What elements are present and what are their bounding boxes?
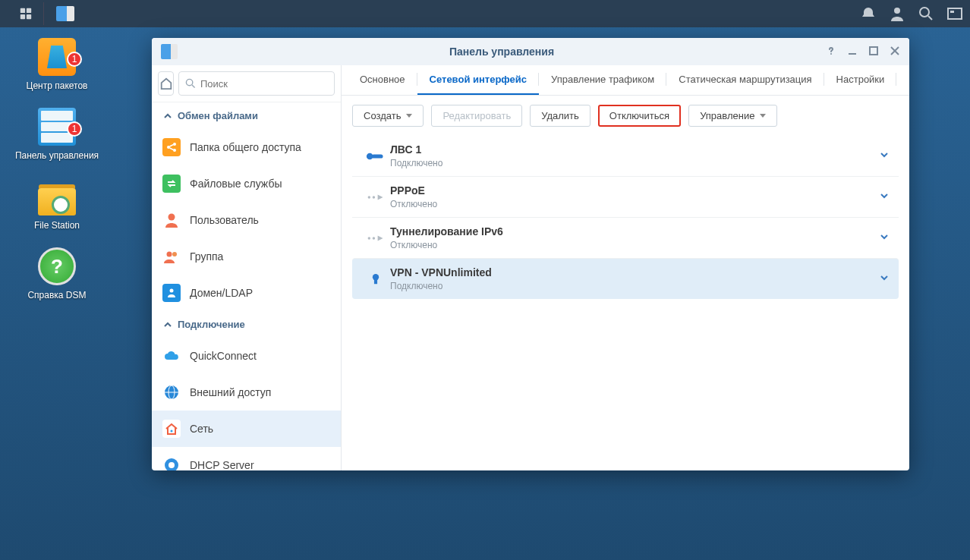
svg-point-20 — [167, 252, 172, 257]
svg-point-9 — [830, 53, 832, 55]
notifications-icon[interactable] — [861, 6, 876, 21]
minimize-button[interactable] — [847, 46, 858, 58]
window-title: Панель управления — [178, 46, 826, 58]
search-input[interactable] — [200, 78, 328, 90]
taskbar-app-control-panel[interactable] — [47, 2, 83, 25]
sidebar-label: DHCP Server — [190, 459, 254, 470]
interface-status: Подключено — [390, 158, 879, 168]
control-panel-window: Панель управления Обмен файлами — [152, 38, 909, 470]
interface-row-ipv6-tunnel[interactable]: Туннелирование IPv6 Отключено — [352, 217, 899, 258]
chevron-down-icon — [879, 190, 890, 203]
svg-point-5 — [920, 8, 929, 17]
close-button[interactable] — [890, 46, 900, 58]
interface-row-lan[interactable]: ЛВС 1 Подключено — [352, 136, 899, 176]
user-icon[interactable] — [890, 6, 905, 21]
tab-static-route[interactable]: Статическая маршрутизация — [666, 65, 824, 95]
svg-point-28 — [168, 462, 175, 468]
desktop-icon-file-station[interactable]: File Station — [8, 178, 106, 231]
icon-label: File Station — [8, 220, 106, 231]
interface-name: PPPoE — [390, 184, 879, 197]
sidebar-label: Пользователь — [190, 214, 259, 226]
svg-point-34 — [368, 237, 370, 239]
sidebar-search[interactable] — [178, 71, 335, 96]
sidebar-item-quickconnect[interactable]: QuickConnect — [152, 338, 341, 374]
main-menu-button[interactable] — [8, 2, 44, 25]
svg-marker-33 — [378, 194, 383, 200]
widgets-icon[interactable] — [947, 6, 962, 21]
pppoe-icon — [361, 190, 390, 204]
desktop-icon-control-panel[interactable]: 1 Панель управления — [8, 108, 106, 161]
sidebar-item-domain-ldap[interactable]: Домен/LDAP — [152, 275, 341, 311]
icon-label: Панель управления — [8, 150, 106, 161]
interface-name: VPN - VPNUnlimited — [390, 266, 879, 278]
main-panel: Основное Сетевой интерфейс Управление тр… — [342, 65, 909, 470]
svg-point-19 — [168, 214, 175, 221]
svg-marker-36 — [378, 235, 383, 241]
vpn-icon — [361, 272, 390, 286]
manage-button[interactable]: Управление — [688, 105, 777, 127]
chevron-down-icon — [879, 149, 890, 162]
desktop-icon-dsm-help[interactable]: ? Справка DSM — [8, 247, 106, 300]
svg-rect-2 — [20, 14, 24, 19]
svg-point-21 — [172, 252, 177, 256]
badge: 1 — [67, 121, 82, 137]
svg-point-18 — [173, 149, 176, 152]
user-icon — [162, 211, 181, 229]
share-icon — [162, 138, 181, 156]
sidebar-item-external-access[interactable]: Внешний доступ — [152, 374, 341, 411]
tab-traffic-control[interactable]: Управление трафиком — [539, 65, 666, 95]
desktop: 1 Центр пакетов 1 Панель управления File… — [8, 38, 106, 300]
svg-line-15 — [192, 85, 195, 88]
tab-general[interactable]: Основное — [348, 65, 417, 95]
interface-status: Подключено — [390, 281, 879, 291]
chevron-down-icon — [406, 114, 412, 118]
sidebar-item-dhcp[interactable]: DHCP Server — [152, 447, 341, 470]
desktop-icon-pkg-center[interactable]: 1 Центр пакетов — [8, 38, 106, 91]
icon-label: Справка DSM — [8, 290, 106, 300]
sidebar-item-file-services[interactable]: Файловые службы — [152, 165, 341, 202]
edit-button[interactable]: Редактировать — [431, 105, 522, 127]
sidebar-item-shared-folder[interactable]: Папка общего доступа — [152, 129, 341, 165]
chevron-down-icon — [760, 114, 766, 118]
maximize-button[interactable] — [868, 46, 879, 58]
interface-name: Туннелирование IPv6 — [390, 225, 879, 238]
interface-list: ЛВС 1 Подключено PPPoE Отключено — [342, 136, 909, 299]
chevron-down-icon — [879, 231, 890, 244]
dhcp-icon — [162, 456, 181, 470]
section-fileshare[interactable]: Обмен файлами — [152, 102, 341, 129]
sidebar-item-group[interactable]: Группа — [152, 238, 341, 275]
disconnect-button[interactable]: Отключиться — [598, 105, 681, 127]
svg-point-22 — [170, 289, 174, 293]
svg-point-32 — [373, 196, 375, 198]
svg-rect-38 — [374, 278, 377, 284]
ldap-icon — [162, 284, 181, 302]
interface-status: Отключено — [390, 240, 879, 250]
interface-row-vpn[interactable]: VPN - VPNUnlimited Подключено — [352, 258, 899, 299]
sidebar-label: Внешний доступ — [190, 386, 271, 398]
sidebar: Обмен файлами Папка общего доступа Файло… — [152, 65, 342, 470]
svg-point-17 — [173, 143, 176, 146]
app-icon — [161, 44, 178, 59]
tab-settings[interactable]: Настройки — [824, 65, 897, 95]
sidebar-label: Папка общего доступа — [190, 141, 301, 153]
search-icon[interactable] — [918, 6, 934, 21]
svg-rect-8 — [950, 11, 954, 13]
cloud-icon — [162, 347, 181, 365]
home-button[interactable] — [158, 71, 174, 96]
interface-row-pppoe[interactable]: PPPoE Отключено — [352, 176, 899, 217]
section-connectivity[interactable]: Подключение — [152, 311, 341, 338]
create-button[interactable]: Создать — [352, 105, 424, 127]
svg-rect-11 — [870, 47, 877, 55]
svg-rect-30 — [372, 154, 383, 158]
toolbar: Создать Редактировать Удалить Отключитьс… — [342, 96, 909, 136]
sidebar-item-user[interactable]: Пользователь — [152, 202, 341, 238]
sidebar-item-network[interactable]: Сеть — [152, 411, 341, 447]
tabs: Основное Сетевой интерфейс Управление тр… — [342, 65, 909, 96]
svg-rect-3 — [26, 14, 30, 19]
tab-network-interface[interactable]: Сетевой интерфейс — [417, 65, 539, 95]
delete-button[interactable]: Удалить — [530, 105, 591, 127]
svg-point-26 — [171, 430, 173, 433]
help-button[interactable] — [826, 46, 836, 58]
titlebar: Панель управления — [152, 38, 909, 65]
sidebar-label: QuickConnect — [190, 350, 257, 362]
